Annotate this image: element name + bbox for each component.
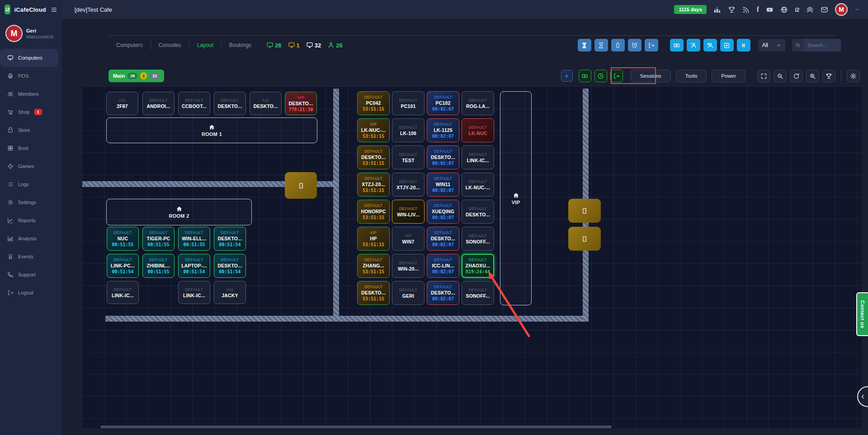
sidebar-item-analysis[interactable]: Analysis <box>0 229 62 248</box>
computer-tile[interactable]: DEFAULT ANDROI... <box>142 92 175 115</box>
computer-tile[interactable]: DEFAULT DESKTO... <box>462 200 494 224</box>
hourglass-button[interactable] <box>594 39 608 51</box>
user-avatar[interactable]: M <box>835 3 848 16</box>
room-label-vip[interactable]: VIP <box>500 91 532 305</box>
rss-icon[interactable] <box>742 6 750 14</box>
computer-tile[interactable]: DEFAULT CCBOOT... <box>178 92 210 115</box>
computer-tile[interactable]: DEFAULT TEST <box>392 145 425 169</box>
computer-tile[interactable]: DEFAULT DESKTO...00:02:07 <box>427 145 459 169</box>
computer-tile[interactable]: DEFAULT DESKTO...00:02:07 <box>427 227 459 251</box>
door-tile[interactable] <box>568 199 601 223</box>
computer-tile[interactable]: DEFAULT ROG-LA... <box>462 91 494 115</box>
computer-tile[interactable]: DEFAULT LK-112500:02:07 <box>427 118 459 142</box>
layers-icon[interactable] <box>806 6 814 14</box>
computer-tile[interactable]: DEFAULT TIGER-PC00:51:55 <box>142 227 175 251</box>
trophy-button[interactable] <box>822 70 835 82</box>
chevron-down-icon[interactable] <box>854 7 860 12</box>
sidebar-item-games[interactable]: Games <box>0 157 62 175</box>
computer-tile[interactable]: DEFAULT DESKTO...00:51:54 <box>214 227 246 251</box>
computer-tile[interactable]: VIP LK-NUC-...53:51:15 <box>357 118 390 142</box>
hourglass-filled-button[interactable] <box>578 39 591 51</box>
computer-tile[interactable]: A11 DESKTO... <box>250 92 282 115</box>
box-arrow-button[interactable] <box>720 39 734 51</box>
mail-icon[interactable] <box>821 6 828 14</box>
computer-tile[interactable]: DEFAULT DESKTO...00:02:07 <box>427 281 459 305</box>
tab-bookings[interactable]: Bookings <box>222 42 259 48</box>
computer-tile[interactable]: DEFAULT ZHIBINL...00:51:55 <box>142 254 175 278</box>
computer-tile[interactable]: DEFAULT PC10200:02:07 <box>427 91 459 115</box>
member-add-button[interactable] <box>703 39 717 51</box>
horizontal-scrollbar[interactable] <box>100 426 612 428</box>
sidebar-item-support[interactable]: Support <box>0 266 62 284</box>
computer-tile[interactable]: DEFAULT XUEQING00:02:07 <box>427 200 459 224</box>
youtube-icon[interactable] <box>766 6 774 14</box>
computer-tile[interactable]: DEFAULT DESKTO...53:51:15 <box>357 281 390 305</box>
tab-computers[interactable]: Computers <box>108 42 151 48</box>
search-input[interactable] <box>804 39 841 51</box>
computer-tile[interactable]: DEFAULT LINK-PC...00:51:54 <box>107 254 139 278</box>
computer-tile[interactable]: VIP HP53:51:15 <box>357 227 390 251</box>
sessions-button[interactable]: Sessions <box>631 70 671 82</box>
computer-tile[interactable]: DEFAULT ZHAOXU...819:24:44 <box>462 254 494 278</box>
computer-tile[interactable]: DEFAULT LK-NUC <box>462 118 494 142</box>
computer-tile[interactable]: DEFAULT XTJY-20... <box>392 173 425 196</box>
computer-tile[interactable]: DEFAULT WIN-ELL...00:51:55 <box>178 227 210 251</box>
tools-button[interactable]: Tools <box>676 70 707 82</box>
trophy-icon[interactable] <box>728 6 736 14</box>
globe-icon[interactable] <box>780 6 788 14</box>
zoom-out-button[interactable] <box>774 70 787 82</box>
sidebar-item-boot[interactable]: Boot <box>0 139 62 157</box>
sidebar-item-settings[interactable]: Settings <box>0 193 62 211</box>
refresh-button[interactable] <box>790 70 803 82</box>
computer-tile[interactable]: DEFAULT LAPTOP-...00:51:54 <box>178 254 210 278</box>
sidebar-item-events[interactable]: Events <box>0 248 62 266</box>
sign-out-button[interactable] <box>645 39 658 51</box>
computer-tile[interactable]: DEFAULT XTZJ-20...53:51:15 <box>357 173 390 196</box>
pause-button[interactable] <box>737 39 750 51</box>
computer-tile[interactable]: DEFAULT DESKTO...00:51:54 <box>214 254 246 278</box>
add-area-button[interactable] <box>561 70 573 82</box>
battery-button[interactable] <box>611 39 625 51</box>
contact-us-tab[interactable]: Contact us <box>856 292 868 336</box>
sidebar-item-logs[interactable]: Logs <box>0 175 62 193</box>
computer-tile[interactable]: DEFAULT PC04253:51:15 <box>357 91 390 115</box>
computer-tile[interactable]: DEFAULT LINK-IC... <box>178 281 210 304</box>
area-tab-main[interactable]: Main 26 1 22 <box>108 70 164 82</box>
sign-out-tool-button[interactable] <box>610 70 623 82</box>
computer-tile[interactable]: VIP WIN7 <box>392 227 425 251</box>
computer-tile[interactable]: VIP DESKTO...779:21:30 <box>285 92 317 115</box>
zoom-in-button[interactable] <box>806 70 819 82</box>
alarm-clock-button[interactable] <box>628 39 642 51</box>
fullscreen-button[interactable] <box>757 70 770 82</box>
computer-tile[interactable]: DEFAULT ZHANG...53:51:15 <box>357 254 390 278</box>
sidebar-item-store[interactable]: Store <box>0 121 62 139</box>
power-button[interactable]: Power <box>712 70 745 82</box>
tab-consoles[interactable]: Consoles <box>151 42 189 48</box>
computer-tile[interactable]: DEFAULT DESKTO... <box>214 92 246 115</box>
computer-tile[interactable]: DEFAULT SONOFF... <box>462 281 494 305</box>
computer-tile[interactable]: DEFAULT LINK-IC... <box>107 281 139 304</box>
layout-settings-button[interactable] <box>847 70 860 82</box>
computer-tile[interactable]: DEFAULT LK-NUC-... <box>462 173 494 196</box>
computer-tile[interactable]: DEFAULT LINK-IC... <box>462 145 494 169</box>
computer-tile[interactable]: DEFAULT SONOFF... <box>462 227 494 251</box>
computer-tile[interactable]: DEFAULT WIN-LIV... <box>392 200 425 224</box>
sidebar-item-members[interactable]: Members <box>0 85 62 103</box>
member-star-button[interactable] <box>687 39 700 51</box>
computer-tile[interactable]: DEFAULT DESKTO...53:51:15 <box>357 145 390 169</box>
door-tile[interactable] <box>285 172 317 199</box>
computer-tile[interactable]: A11 2F87 <box>106 92 138 115</box>
computer-tile[interactable]: DEFAULT HONORPC53:51:15 <box>357 200 390 224</box>
computer-tile[interactable]: DEFAULT NUC00:51:55 <box>107 227 139 251</box>
hamburger-menu-icon[interactable] <box>51 6 57 13</box>
door-tile[interactable] <box>568 227 601 251</box>
sidebar-item-pos[interactable]: POS <box>0 67 62 85</box>
computer-tile[interactable]: DEFAULT PC101 <box>392 91 425 115</box>
computer-tile[interactable]: DEFAULT WIN-20... <box>392 254 425 278</box>
sidebar-item-shop[interactable]: Shop1 <box>0 103 62 121</box>
ranking-icon[interactable] <box>713 6 721 14</box>
computer-tile[interactable]: A11 JACKY <box>214 281 246 304</box>
banknote-tool-button[interactable] <box>579 70 591 82</box>
sidebar-item-reports[interactable]: Reports <box>0 211 62 229</box>
floor-map-canvas[interactable]: ROOM 1 ROOM 2 VIPA11 2F87DEFAULT ANDROI.… <box>82 86 862 428</box>
